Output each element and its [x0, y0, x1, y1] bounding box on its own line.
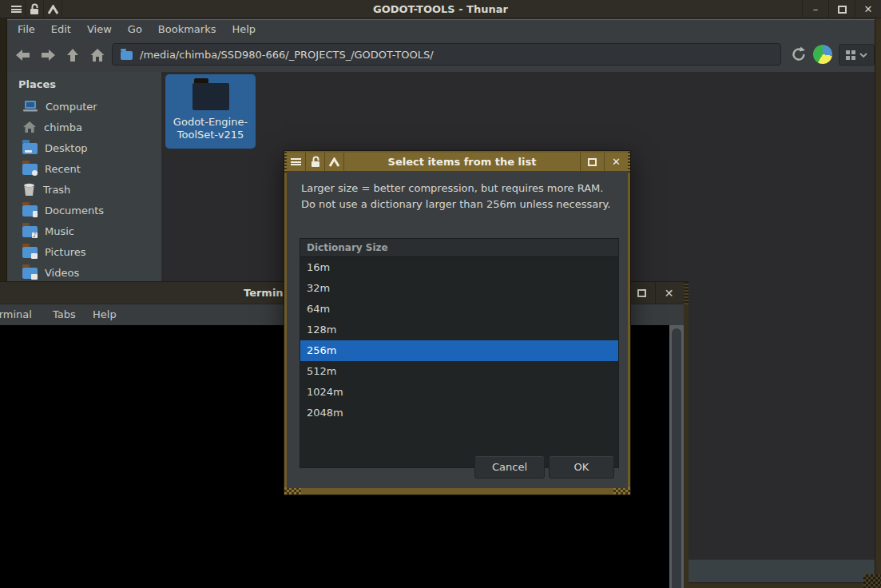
sidebar-item-music[interactable]: ♪ Music [7, 220, 161, 241]
documents-folder-icon [22, 205, 38, 217]
dialog-titlebar[interactable]: Select items from the list ✕ [287, 153, 628, 171]
shade-up-icon [328, 157, 340, 167]
disk-usage-pie-icon[interactable] [813, 45, 832, 64]
back-icon [14, 47, 32, 63]
list-item-256m-selected[interactable]: 256m [300, 340, 618, 361]
maximize-icon [588, 158, 597, 166]
list-item-128m[interactable]: 128m [300, 320, 618, 340]
unlock-button[interactable] [26, 0, 44, 18]
folder-icon [192, 83, 229, 110]
recent-folder-icon [22, 164, 38, 175]
close-icon: ✕ [612, 156, 621, 168]
shade-up-icon [47, 5, 59, 14]
ok-button[interactable]: OK [549, 455, 614, 479]
dialog-unlock-button[interactable] [306, 153, 325, 171]
dialog-maximize-button[interactable] [580, 153, 604, 171]
computer-icon [22, 100, 38, 113]
sidebar-item-videos[interactable]: Videos [7, 262, 161, 283]
list-item-2048m[interactable]: 2048m [300, 403, 618, 423]
thunar-titlebar[interactable]: GODOT-TOOLS - Thunar – [0, 0, 881, 18]
desktop-icon [22, 143, 38, 154]
home-icon [22, 121, 37, 133]
menu-file[interactable]: File [10, 20, 43, 38]
sidebar-item-home[interactable]: chimba [7, 117, 161, 137]
unlock-icon [29, 3, 40, 15]
cancel-button[interactable]: Cancel [474, 455, 545, 479]
dialog-bottom-left-grip[interactable] [284, 487, 301, 495]
dialog-body: Larger size = better compression, but re… [287, 171, 628, 488]
home-icon [89, 47, 105, 63]
path-bar[interactable]: /media/chimba/SSD980-666/_PROJECTS_/GODO… [112, 43, 781, 66]
dialog-buttons: Cancel OK [474, 455, 614, 479]
thunar-right-border[interactable] [875, 0, 881, 588]
forward-button[interactable] [38, 46, 58, 65]
sidebar-item-pictures[interactable]: Pictures [7, 241, 161, 262]
terminal-scrollbar-slider[interactable] [672, 328, 681, 588]
window-menu-icon [11, 6, 22, 13]
terminal-window-controls: ✕ [628, 282, 682, 304]
window-menu-button[interactable] [7, 0, 26, 18]
window-menu-icon [291, 158, 301, 165]
menu-edit[interactable]: Edit [43, 20, 79, 38]
minimize-button[interactable]: – [802, 0, 828, 18]
sidebar-item-label: Computer [46, 101, 97, 113]
path-text: /media/chimba/SSD980-666/_PROJECTS_/GODO… [140, 49, 434, 61]
list-item-512m[interactable]: 512m [300, 361, 618, 382]
shade-button[interactable] [44, 0, 62, 18]
dialog-right-resize-grip[interactable] [628, 152, 630, 173]
menu-view[interactable]: View [79, 20, 120, 38]
up-icon [65, 47, 81, 63]
terminal-maximize-button[interactable] [628, 282, 655, 304]
dialog-bottom-right-grip[interactable] [613, 487, 630, 495]
folder-item-label: Godot-Engine-ToolSet-v215 [168, 116, 253, 141]
maximize-button[interactable] [828, 0, 855, 18]
videos-folder-icon [22, 268, 38, 279]
list-item-64m[interactable]: 64m [300, 299, 618, 320]
thunar-menubar: File Edit View Go Bookmarks Help [7, 19, 875, 38]
terminal-menu-terminal[interactable]: Terminal [0, 304, 32, 325]
menu-help[interactable]: Help [224, 20, 264, 38]
terminal-menu-help[interactable]: Help [93, 304, 117, 325]
up-button[interactable] [63, 46, 82, 65]
home-button[interactable] [88, 46, 107, 65]
list-item-32m[interactable]: 32m [300, 278, 618, 299]
terminal-menu-tabs[interactable]: Tabs [53, 304, 76, 325]
sidebar-item-trash[interactable]: Trash [7, 179, 161, 200]
maximize-icon [838, 6, 847, 14]
sidebar-item-label: Recent [45, 163, 81, 175]
menu-go[interactable]: Go [120, 20, 150, 38]
list-item-16m[interactable]: 16m [300, 257, 618, 278]
dictionary-size-list: Dictionary Size 16m 32m 64m 128m 256m 51… [300, 238, 619, 468]
sidebar-item-label: Trash [43, 184, 70, 196]
dialog-shade-button[interactable] [325, 153, 344, 171]
dialog-title: Select items from the list [344, 153, 580, 171]
places-header: Places [7, 72, 161, 96]
thunar-toolbar: /media/chimba/SSD980-666/_PROJECTS_/GODO… [7, 38, 875, 72]
view-options-button[interactable] [839, 44, 875, 66]
close-button[interactable]: ✕ [855, 0, 881, 18]
dialog-message-line2: Do not use a dictionary larger than 256m… [301, 197, 628, 213]
sidebar-item-label: chimba [44, 121, 82, 133]
path-folder-icon [121, 51, 133, 60]
sidebar-item-computer[interactable]: Computer [7, 96, 161, 117]
thunar-titlebar-icons [7, 0, 62, 18]
sidebar-item-documents[interactable]: Documents [7, 200, 161, 220]
close-icon: ✕ [665, 287, 674, 300]
list-item-1024m[interactable]: 1024m [300, 382, 618, 403]
sidebar-item-desktop[interactable]: Desktop [7, 137, 161, 158]
terminal-close-button[interactable]: ✕ [655, 282, 682, 304]
sidebar-item-label: Desktop [45, 142, 88, 154]
sidebar-item-recent[interactable]: Recent [7, 158, 161, 179]
view-grid-icon [846, 50, 855, 60]
thunar-resize-grip[interactable] [863, 574, 881, 588]
refresh-button[interactable] [789, 45, 808, 64]
select-items-dialog: Select items from the list ✕ Larger size… [284, 150, 631, 495]
menu-bookmarks[interactable]: Bookmarks [150, 20, 224, 38]
dialog-close-button[interactable]: ✕ [604, 153, 628, 171]
back-button[interactable] [14, 46, 33, 65]
dialog-window-menu-button[interactable] [287, 153, 306, 171]
terminal-scrollbar-track[interactable] [669, 325, 684, 588]
list-column-header[interactable]: Dictionary Size [300, 239, 618, 257]
selected-folder-item[interactable]: Godot-Engine-ToolSet-v215 [165, 74, 256, 149]
terminal-right-border[interactable] [684, 282, 689, 588]
